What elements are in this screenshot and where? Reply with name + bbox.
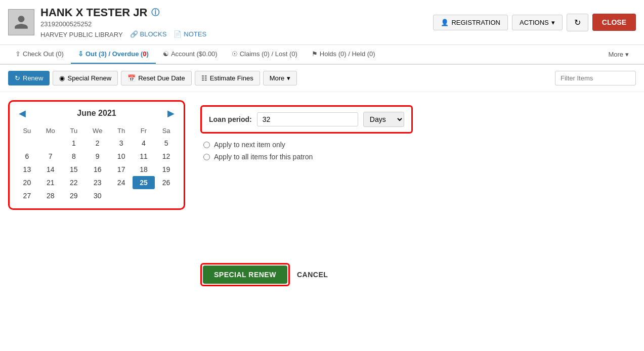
filter-input[interactable]	[555, 71, 636, 85]
blocks-icon: 🔗	[130, 30, 138, 38]
avatar	[8, 9, 34, 35]
tab-out-overdue[interactable]: ⇩ Out (3) / Overdue (0)	[71, 45, 156, 64]
calendar-day[interactable]: 2	[85, 137, 110, 150]
calendar-empty-day	[38, 137, 63, 150]
calendar-day[interactable]: 3	[110, 137, 132, 150]
tab-holds[interactable]: ⚑ Holds (0) / Held (0)	[305, 45, 382, 64]
calendar-day[interactable]: 16	[85, 163, 110, 176]
checkout-icon: ⇧	[15, 50, 21, 58]
calendar-day[interactable]: 7	[38, 150, 63, 163]
person-icon	[13, 14, 29, 30]
calendar-empty-day	[133, 189, 155, 202]
patron-barcode: 23192000525252	[40, 20, 206, 28]
info-icon[interactable]: ⓘ	[151, 8, 159, 18]
chevron-down-icon: ▾	[625, 51, 629, 58]
close-button[interactable]: CLOSE	[592, 14, 636, 31]
claims-icon: ☉	[232, 50, 238, 58]
tab-checkout[interactable]: ⇧ Check Out (0)	[8, 45, 71, 64]
calendar-day[interactable]: 1	[63, 137, 85, 150]
reset-due-date-button[interactable]: 📅 Reset Due Date	[121, 71, 192, 85]
calendar-grid: Su Mo Tu We Th Fr Sa 1234567891011121314…	[16, 125, 178, 202]
tab-claims[interactable]: ☉ Claims (0) / Lost (0)	[225, 45, 305, 64]
calendar-day[interactable]: 18	[133, 163, 155, 176]
chevron-down-icon: ▾	[287, 74, 290, 82]
calendar-day[interactable]: 22	[63, 176, 85, 189]
calendar-day[interactable]: 5	[155, 137, 178, 150]
right-panel: Loan period: Hours Days Weeks Apply to n…	[200, 100, 636, 286]
calendar-day[interactable]: 29	[63, 189, 85, 202]
day-header-su: Su	[16, 125, 38, 137]
day-header-fr: Fr	[133, 125, 155, 137]
patron-library: HARVEY PUBLIC LIBRARY	[40, 31, 123, 38]
calendar-day[interactable]: 15	[63, 163, 85, 176]
calendar-day[interactable]: 20	[16, 176, 38, 189]
user-icon: 👤	[441, 19, 449, 26]
calendar-empty-day	[155, 189, 178, 202]
calendar-day[interactable]: 10	[110, 150, 132, 163]
radio-next-item-input[interactable]	[203, 142, 210, 148]
main-content: ◀ June 2021 ▶ Su Mo Tu We Th Fr Sa	[0, 92, 644, 294]
holds-icon: ⚑	[312, 50, 318, 58]
calendar-day[interactable]: 4	[133, 137, 155, 150]
calendar-day[interactable]: 30	[85, 189, 110, 202]
calendar-prev-button[interactable]: ◀	[16, 108, 29, 119]
radio-all-items-input[interactable]	[203, 154, 210, 160]
estimate-fines-button[interactable]: ☷ Estimate Fines	[195, 71, 260, 85]
renew-icon: ↻	[15, 74, 20, 82]
calendar-day[interactable]: 26	[155, 176, 178, 189]
calendar-day[interactable]: 25	[133, 176, 155, 189]
notes-icon: 📄	[174, 30, 182, 38]
calendar-day[interactable]: 23	[85, 176, 110, 189]
refresh-button[interactable]: ↻	[567, 14, 588, 31]
special-renew-submit-button[interactable]: SPECIAL RENEW	[203, 266, 287, 284]
tab-more[interactable]: More ▾	[601, 46, 636, 63]
apply-options: Apply to next item only Apply to all ite…	[200, 141, 636, 161]
calendar-day[interactable]: 6	[16, 150, 38, 163]
patron-name: HANK X TESTER JR ⓘ	[40, 6, 206, 19]
more-toolbar-button[interactable]: More ▾	[263, 71, 297, 85]
day-header-sa: Sa	[155, 125, 178, 137]
radio-all-items[interactable]: Apply to all items for this patron	[203, 153, 636, 161]
day-header-we: We	[85, 125, 110, 137]
actions-button[interactable]: ACTIONS ▾	[512, 15, 563, 30]
calendar-day[interactable]: 21	[38, 176, 63, 189]
loan-period-label: Loan period:	[209, 115, 252, 123]
day-header-tu: Tu	[63, 125, 85, 137]
blocks-link[interactable]: 🔗 BLOCKS	[130, 30, 167, 38]
calendar-day[interactable]: 9	[85, 150, 110, 163]
calendar-day[interactable]: 17	[110, 163, 132, 176]
tab-account[interactable]: ☯ Account ($0.00)	[156, 45, 225, 64]
calendar-day[interactable]: 14	[38, 163, 63, 176]
radio-next-item[interactable]: Apply to next item only	[203, 141, 636, 149]
nav-tabs: ⇧ Check Out (0) ⇩ Out (3) / Overdue (0) …	[0, 45, 644, 64]
day-header-th: Th	[110, 125, 132, 137]
cancel-button[interactable]: CANCEL	[297, 271, 328, 279]
renew-button[interactable]: ↻ Renew	[8, 71, 50, 85]
special-renew-button[interactable]: ◉ Special Renew	[53, 71, 118, 85]
calendar-week: 20212223242526	[16, 176, 178, 189]
calendar-day[interactable]: 19	[155, 163, 178, 176]
calendar-week: 6789101112	[16, 150, 178, 163]
refresh-icon: ↻	[574, 18, 581, 27]
patron-details: HANK X TESTER JR ⓘ 23192000525252 HARVEY…	[40, 6, 206, 38]
calendar-day[interactable]: 12	[155, 150, 178, 163]
clock-icon: ◉	[59, 74, 65, 82]
loan-period-section: Loan period: Hours Days Weeks	[200, 105, 636, 134]
calendar-day[interactable]: 11	[133, 150, 155, 163]
registration-button[interactable]: 👤 REGISTRATION	[433, 15, 508, 30]
calendar-month-title: June 2021	[77, 109, 116, 118]
calendar-icon: 📅	[127, 74, 136, 82]
notes-link[interactable]: 📄 NOTES	[174, 30, 206, 38]
loan-period-input[interactable]	[257, 112, 358, 126]
checkin-icon: ⇩	[78, 50, 83, 58]
calendar-empty-day	[110, 189, 132, 202]
calendar-day[interactable]: 13	[16, 163, 38, 176]
calendar-day[interactable]: 27	[16, 189, 38, 202]
calendar-day[interactable]: 8	[63, 150, 85, 163]
day-header-mo: Mo	[38, 125, 63, 137]
calendar-day[interactable]: 28	[38, 189, 63, 202]
loan-period-unit-select[interactable]: Hours Days Weeks	[363, 112, 404, 127]
calendar-next-button[interactable]: ▶	[164, 108, 178, 119]
calendar-day[interactable]: 24	[110, 176, 132, 189]
calendar-header: ◀ June 2021 ▶	[16, 108, 178, 119]
